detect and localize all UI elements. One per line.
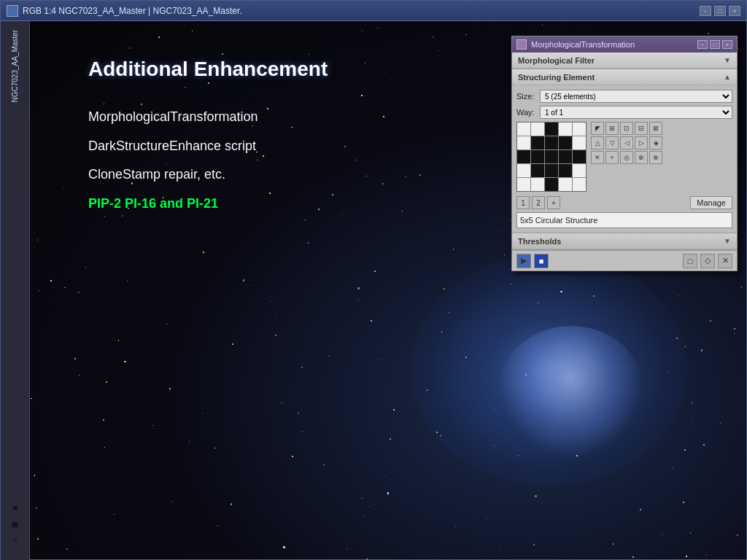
maximize-button[interactable]: □ — [714, 6, 726, 16]
panel-close-button[interactable]: ✕ — [718, 254, 732, 268]
star — [34, 475, 36, 476]
grid-cell[interactable] — [573, 164, 586, 177]
tool-icon-10[interactable]: ◈ — [649, 136, 662, 149]
star — [324, 464, 325, 465]
line2: DarkStructureEnhance script — [88, 132, 328, 161]
grid-cell[interactable] — [545, 136, 558, 149]
grid-cell[interactable] — [559, 136, 572, 149]
star — [405, 242, 406, 243]
panel-save-button[interactable]: ◇ — [700, 254, 715, 268]
panel-stop-button[interactable]: ■ — [534, 254, 549, 268]
star — [371, 320, 372, 322]
grid-cell[interactable] — [531, 122, 544, 136]
star — [74, 358, 76, 359]
star — [361, 95, 363, 96]
star — [533, 544, 535, 545]
grid-cell[interactable] — [531, 164, 544, 177]
star — [104, 447, 105, 448]
tool-icon-8[interactable]: ◁ — [620, 136, 633, 149]
tool-icon-5[interactable]: ⊠ — [649, 122, 662, 135]
star — [31, 398, 31, 399]
grid-cell[interactable] — [545, 122, 558, 136]
grid-cell[interactable] — [559, 122, 572, 136]
morph-filter-header[interactable]: Morphological Filter ▼ — [512, 52, 737, 69]
tool-icon-6[interactable]: △ — [591, 136, 604, 149]
grid-cell[interactable] — [517, 164, 530, 177]
struct-element-section: Structuring Element ▲ Size: 5 (25 elemen… — [512, 69, 737, 233]
bottom-tool-3[interactable]: + — [547, 196, 560, 209]
tool-icon-12[interactable]: + — [605, 151, 619, 164]
grid-cell[interactable] — [517, 178, 530, 191]
grid-cell[interactable] — [531, 178, 544, 191]
grid-cell[interactable] — [573, 178, 586, 191]
grid-cell[interactable] — [517, 122, 530, 136]
size-select[interactable]: 5 (25 elements) — [540, 90, 732, 103]
title-bar-left: RGB 1:4 NGC7023_AA_Master | NGC7023_AA_M… — [7, 5, 242, 17]
panel-new-button[interactable]: □ — [683, 254, 697, 268]
star — [63, 187, 63, 188]
star — [171, 501, 173, 502]
tool-icon-7[interactable]: ▽ — [605, 136, 619, 149]
panel-bottom-right: □ ◇ ✕ — [683, 254, 732, 268]
tool-icon-9[interactable]: ▷ — [635, 136, 648, 149]
star — [387, 492, 389, 494]
grid-cell[interactable] — [559, 178, 572, 191]
star — [37, 239, 38, 240]
thresholds-header[interactable]: Thresholds ▼ — [512, 233, 737, 249]
grid-cell[interactable] — [573, 150, 586, 163]
tool-icon-11[interactable]: ✕ — [591, 151, 604, 164]
morph-maximize-button[interactable]: □ — [710, 40, 720, 49]
grid-cell[interactable] — [531, 150, 544, 163]
thresholds-section: Thresholds ▼ — [512, 233, 737, 250]
struct-name-input[interactable] — [516, 212, 732, 228]
toolbar-row-3: ✕ + ◎ ⊕ ⊗ — [591, 151, 662, 164]
star — [202, 413, 204, 414]
sidebar-icon-2[interactable]: ⊞ — [9, 518, 21, 530]
tool-icon-1[interactable]: ◤ — [591, 122, 604, 135]
tool-icon-2[interactable]: ⊞ — [605, 122, 619, 135]
star — [341, 215, 342, 216]
grid-cell[interactable] — [545, 178, 558, 191]
star — [169, 388, 171, 389]
morph-close-button[interactable]: × — [722, 40, 732, 49]
sidebar-icon-3[interactable]: ○ — [9, 534, 21, 546]
grid-cell[interactable] — [573, 122, 586, 136]
bottom-tool-2[interactable]: 2 — [532, 196, 545, 209]
star — [701, 349, 703, 351]
line1: MorphologicalTransformation — [88, 103, 328, 132]
grid-cell[interactable] — [559, 150, 572, 163]
star — [362, 498, 363, 499]
star — [127, 281, 128, 281]
tool-icon-13[interactable]: ◎ — [620, 151, 633, 164]
grid-cell[interactable] — [559, 164, 572, 177]
star — [444, 288, 445, 289]
star — [686, 556, 687, 557]
bottom-tool-1[interactable]: 1 — [516, 196, 530, 209]
struct-element-header[interactable]: Structuring Element ▲ — [512, 69, 737, 85]
grid-cell[interactable] — [517, 150, 530, 163]
star — [79, 375, 80, 376]
manage-button[interactable]: Manage — [690, 196, 732, 209]
star — [734, 333, 735, 334]
star — [419, 174, 421, 176]
grid-cell[interactable] — [531, 136, 544, 149]
struct-grid-area: ◤ ⊞ ⊡ ⊟ ⊠ △ ▽ ◁ ▷ ◈ — [516, 122, 732, 192]
star — [358, 300, 359, 300]
grid-cell[interactable] — [517, 136, 530, 149]
grid-cell[interactable] — [545, 164, 558, 177]
close-button[interactable]: × — [729, 6, 740, 16]
panel-bottom-left: ▶ ■ — [516, 254, 549, 268]
grid-cell[interactable] — [545, 150, 558, 163]
panel-play-button[interactable]: ▶ — [516, 254, 531, 268]
star — [332, 194, 333, 195]
star — [366, 176, 367, 176]
tool-icon-15[interactable]: ⊗ — [649, 151, 662, 164]
way-select[interactable]: 1 of 1 — [540, 106, 732, 119]
morph-minimize-button[interactable]: − — [697, 40, 708, 49]
grid-cell[interactable] — [573, 136, 586, 149]
tool-icon-3[interactable]: ⊡ — [620, 122, 633, 135]
minimize-button[interactable]: − — [700, 6, 711, 16]
sidebar-icon-1[interactable]: ✕ — [9, 502, 21, 514]
tool-icon-4[interactable]: ⊟ — [635, 122, 648, 135]
tool-icon-14[interactable]: ⊕ — [635, 151, 648, 164]
